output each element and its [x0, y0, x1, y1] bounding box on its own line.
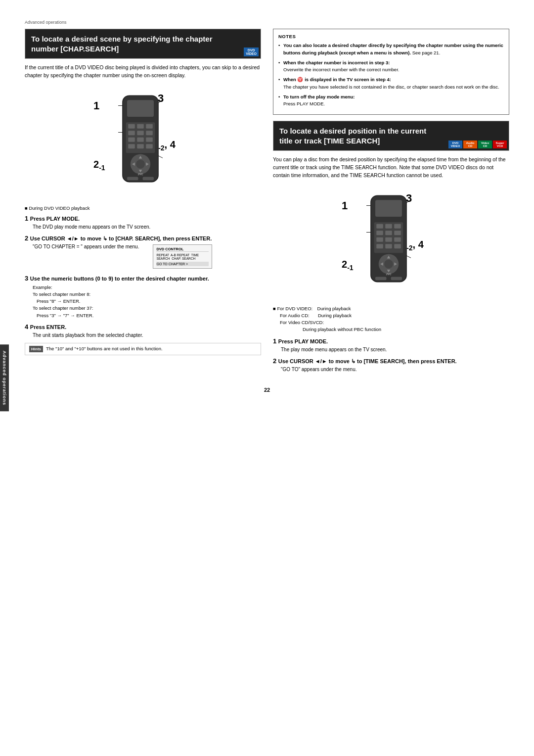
svg-point-44 — [384, 259, 393, 268]
svg-point-16 — [136, 159, 145, 168]
playback-note-left: During DVD VIDEO playback — [25, 205, 261, 211]
left-column: To locate a desired scene by specifying … — [25, 29, 261, 377]
page-number: 22 — [25, 387, 509, 393]
remote-illustration-right: 1 3 2-2, 4 2-1 — [337, 185, 445, 303]
hints-label-left: Hints — [29, 346, 43, 352]
svg-rect-9 — [128, 137, 135, 142]
svg-rect-22 — [143, 177, 154, 180]
hints-box-left: Hints The "10" and "+10" buttons are not… — [25, 343, 261, 355]
remote-label-21-left: 2-1 — [93, 159, 105, 172]
step-1-left: 1 Press PLAY MODE. The DVD play mode men… — [25, 215, 261, 231]
svg-rect-36 — [394, 231, 401, 235]
svg-line-55 — [406, 255, 411, 258]
chap-search-badges: DVDVIDEO — [242, 29, 261, 58]
svg-rect-38 — [385, 237, 392, 241]
playback-notes-right: ■ For DVD VIDEO: During playback For Aud… — [273, 305, 509, 333]
note-item-3: When ♈ is displayed in the TV screen in … — [278, 76, 504, 91]
note-item-1: You can also locate a desired chapter di… — [278, 42, 504, 56]
note-item-2: When the chapter number is incorrect in … — [278, 59, 504, 74]
time-search-badge-video: VideoCD — [478, 141, 492, 148]
time-search-title: To locate a desired position in the curr… — [273, 121, 446, 150]
chap-search-title: To locate a desired scene by specifying … — [25, 29, 242, 58]
right-column: NOTES You can also locate a desired chap… — [273, 29, 509, 377]
svg-rect-4 — [137, 124, 144, 128]
remote-label-1-right: 1 — [342, 199, 348, 212]
dvd-video-badge: DVDVIDEO — [244, 47, 259, 56]
svg-rect-35 — [385, 231, 392, 235]
chap-search-header: To locate a desired scene by specifying … — [25, 29, 261, 59]
step-2-left: 2 Use CURSOR ◄/► to move ↳ to [CHAP. SEA… — [25, 235, 261, 271]
remote-illustration-left: 1 3 2-2, 4 2-1 — [89, 85, 197, 203]
svg-rect-5 — [146, 124, 153, 128]
step-3-left: 3 Use the numeric buttons (0 to 9) to en… — [25, 275, 261, 319]
step-1-detail-left: The DVD play mode menu appears on the TV… — [33, 224, 261, 231]
note-item-4: To turn off the play mode menu: Press PL… — [278, 94, 504, 108]
svg-line-54 — [406, 200, 411, 203]
svg-rect-32 — [385, 224, 392, 228]
sidebar-tab: Advanced operations — [0, 345, 9, 412]
svg-rect-40 — [376, 244, 383, 248]
svg-rect-31 — [376, 224, 383, 228]
step-4-detail-left: The unit starts playback from the select… — [33, 332, 261, 339]
remote-svg-right: JVC — [366, 194, 411, 284]
remote-svg-left: JVC — [118, 94, 163, 184]
time-search-intro: You can play a disc from the desired pos… — [273, 156, 509, 179]
svg-rect-11 — [146, 137, 153, 142]
svg-rect-8 — [146, 131, 153, 135]
svg-rect-29 — [375, 200, 402, 217]
svg-rect-3 — [128, 124, 135, 128]
svg-rect-6 — [128, 131, 135, 135]
time-search-badge-audio: AudioCD — [463, 141, 477, 148]
time-search-header: To locate a desired position in the curr… — [273, 121, 509, 151]
svg-text:JVC: JVC — [138, 173, 143, 176]
remote-label-1-left: 1 — [93, 99, 99, 112]
remote-label-21-right: 2-1 — [342, 259, 354, 272]
svg-rect-34 — [376, 231, 383, 235]
step-4-left: 4 Press ENTER. The unit starts playback … — [25, 323, 261, 339]
hints-text-left: The "10" and "+10" buttons are not used … — [46, 346, 163, 351]
svg-text:JVC: JVC — [386, 273, 392, 276]
step-1-detail-right: The play mode menu appears on the TV scr… — [281, 346, 509, 353]
step-1-right: 1 Press PLAY MODE. The play mode menu ap… — [273, 337, 509, 353]
svg-rect-50 — [391, 277, 402, 280]
svg-rect-7 — [137, 131, 144, 135]
svg-rect-1 — [127, 100, 154, 117]
svg-rect-42 — [394, 244, 401, 248]
step-2-detail-left: "GO TO CHAPTER = " appears under the men… — [33, 243, 139, 250]
svg-rect-37 — [376, 237, 383, 241]
svg-line-26 — [158, 100, 163, 103]
step-2-detail-right: "GO TO" appears under the menu. — [281, 366, 509, 373]
step-2-right: 2 Use CURSOR ◄/► to move ↳ to [TIME SEAR… — [273, 357, 509, 373]
svg-rect-33 — [394, 224, 401, 228]
step-3-example-left: Example: To select chapter number 8: Pre… — [33, 284, 261, 319]
chap-search-intro: If the current title of a DVD VIDEO disc… — [25, 64, 261, 80]
svg-rect-12 — [128, 144, 135, 148]
time-search-badge-dvd: DVDVIDEO — [448, 141, 462, 148]
breadcrumb: Advanced operations — [25, 20, 509, 25]
svg-line-27 — [158, 155, 163, 158]
time-search-badge-super: SuperVCD — [493, 141, 507, 148]
notes-title: NOTES — [278, 33, 504, 40]
svg-rect-21 — [127, 177, 138, 180]
svg-rect-39 — [394, 237, 401, 241]
time-search-badges: DVDVIDEO AudioCD VideoCD SuperVCD — [446, 121, 509, 150]
svg-rect-14 — [146, 144, 153, 148]
menu-mockup-left: DVD CONTROL REPEAT A-B REPEAT TIME SEARC… — [153, 244, 212, 269]
svg-rect-49 — [375, 277, 387, 280]
notes-box: NOTES You can also locate a desired chap… — [273, 29, 509, 115]
svg-rect-41 — [385, 244, 392, 248]
svg-rect-13 — [137, 144, 144, 148]
svg-rect-10 — [137, 137, 144, 142]
